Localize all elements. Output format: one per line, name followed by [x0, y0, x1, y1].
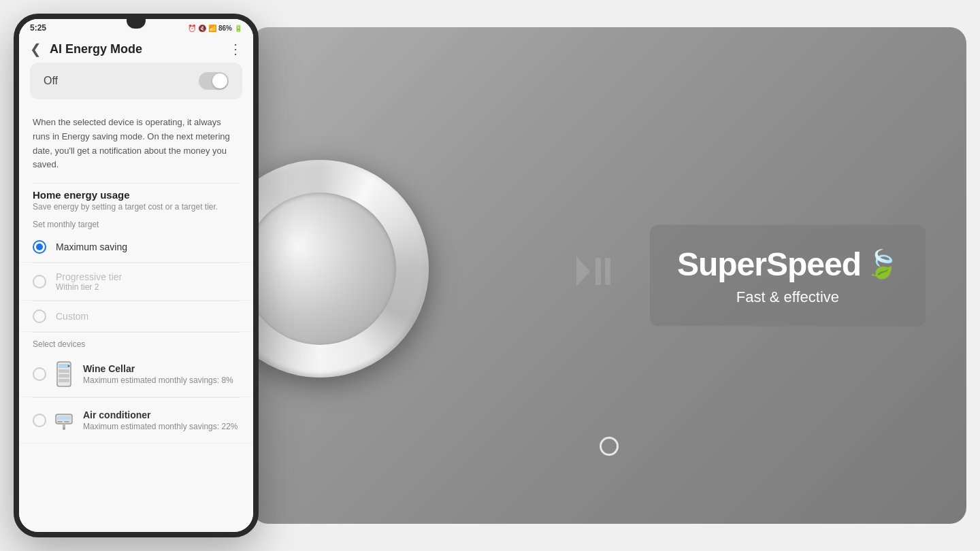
device-wine-cellar[interactable]: Wine Cellar Maximum estimated monthly sa… — [19, 352, 253, 397]
radio-sublabel-progressive: Within tier 2 — [56, 282, 122, 292]
superspeed-subtitle: Fast & effective — [677, 288, 898, 306]
air-conditioner-icon — [53, 406, 75, 435]
toggle-switch[interactable] — [199, 72, 229, 90]
radio-label-maximum: Maximum saving — [56, 241, 127, 252]
play-pause-icon — [571, 251, 619, 300]
svg-point-11 — [63, 427, 65, 430]
svg-rect-8 — [57, 421, 63, 422]
mute-icon: 🔇 — [198, 24, 206, 32]
app-header: ❮ AI Energy Mode ⋮ — [19, 35, 253, 63]
monthly-target-label: Set monthly target — [19, 213, 253, 232]
knob-container — [252, 160, 442, 391]
app-title: AI Energy Mode — [50, 42, 229, 56]
svg-rect-2 — [59, 369, 69, 373]
svg-rect-3 — [59, 374, 69, 378]
radio-progressive-tier[interactable]: Progressive tier Within tier 2 — [19, 263, 253, 301]
radio-label-custom: Custom — [56, 311, 88, 322]
svg-rect-9 — [64, 421, 69, 422]
svg-rect-14 — [605, 258, 610, 285]
circle-dot — [600, 437, 619, 456]
section-subtitle: Save energy by setting a target cost or … — [33, 202, 240, 212]
svg-point-5 — [68, 365, 70, 367]
battery-text: 86% — [218, 24, 232, 32]
svg-rect-4 — [59, 379, 69, 382]
status-icons: ⏰ 🔇 📶 86% 🔋 — [188, 24, 242, 32]
radio-text-progressive: Progressive tier Within tier 2 — [56, 271, 122, 292]
signal-icon: 📶 — [208, 24, 216, 32]
superspeed-block: SuperSpeed🍃 Fast & effective — [650, 225, 926, 327]
svg-rect-7 — [57, 416, 71, 420]
status-time: 5:25 — [30, 23, 46, 33]
ac-name: Air conditioner — [83, 410, 238, 420]
right-panel: SuperSpeed🍃 Fast & effective — [252, 27, 966, 524]
radio-circle-progressive — [33, 275, 46, 288]
description-text: When the selected device is operating, i… — [19, 105, 253, 183]
device-air-conditioner[interactable]: Air conditioner Maximum estimated monthl… — [19, 398, 253, 444]
phone-screen: 5:25 ⏰ 🔇 📶 86% 🔋 ❮ AI Energy Mode ⋮ Off … — [19, 19, 253, 532]
toggle-label: Off — [44, 75, 58, 87]
alarm-icon: ⏰ — [188, 24, 196, 32]
more-button[interactable]: ⋮ — [229, 41, 242, 57]
device-radio-wine — [33, 367, 46, 381]
home-energy-section: Home energy usage Save energy by setting… — [19, 184, 253, 213]
superspeed-title: SuperSpeed🍃 — [677, 246, 898, 283]
leaf-icon: 🍃 — [865, 248, 898, 280]
radio-maximum-saving[interactable]: Maximum saving — [19, 232, 253, 263]
device-radio-ac — [33, 414, 46, 427]
wine-cellar-savings: Maximum estimated monthly savings: 8% — [83, 375, 233, 385]
wine-cellar-icon — [53, 360, 75, 388]
ac-info: Air conditioner Maximum estimated monthl… — [83, 410, 238, 431]
ac-savings: Maximum estimated monthly savings: 22% — [83, 422, 238, 431]
back-button[interactable]: ❮ — [30, 41, 42, 57]
radio-circle-maximum — [33, 240, 46, 254]
superspeed-text: SuperSpeed — [677, 246, 861, 283]
radio-custom[interactable]: Custom — [19, 301, 253, 332]
radio-label-progressive: Progressive tier — [56, 271, 122, 282]
select-devices-label: Select devices — [19, 333, 253, 352]
phone-mockup: 5:25 ⏰ 🔇 📶 86% 🔋 ❮ AI Energy Mode ⋮ Off … — [14, 14, 259, 537]
battery-icon: 🔋 — [234, 24, 242, 32]
svg-marker-12 — [576, 256, 590, 286]
svg-rect-13 — [595, 258, 601, 285]
toggle-row: Off — [30, 63, 242, 99]
radio-circle-custom — [33, 310, 46, 323]
wine-cellar-name: Wine Cellar — [83, 363, 233, 374]
wine-cellar-info: Wine Cellar Maximum estimated monthly sa… — [83, 363, 233, 385]
metallic-knob — [252, 160, 429, 378]
section-title: Home energy usage — [33, 189, 240, 201]
